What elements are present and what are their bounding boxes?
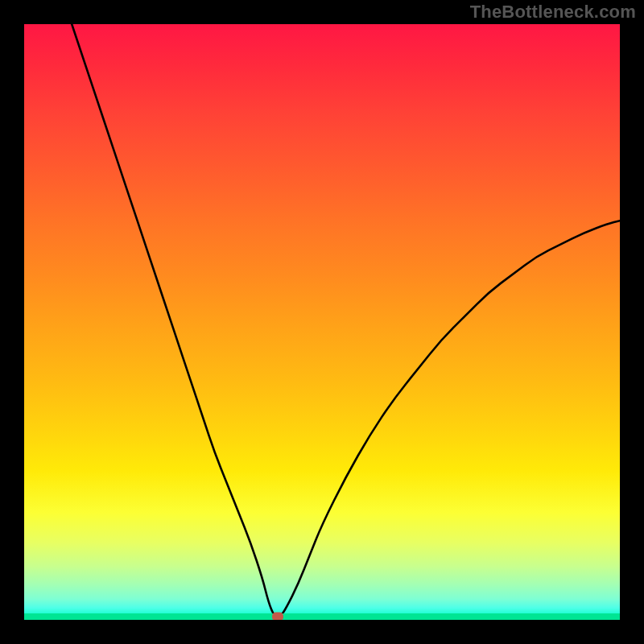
optimum-marker bbox=[272, 612, 283, 620]
curve-svg bbox=[24, 24, 620, 620]
plot-area bbox=[24, 24, 620, 620]
baseline-strip bbox=[24, 613, 620, 620]
watermark-text: TheBottleneck.com bbox=[470, 2, 636, 23]
bottleneck-curve bbox=[72, 24, 620, 617]
chart-frame: TheBottleneck.com bbox=[0, 0, 644, 644]
